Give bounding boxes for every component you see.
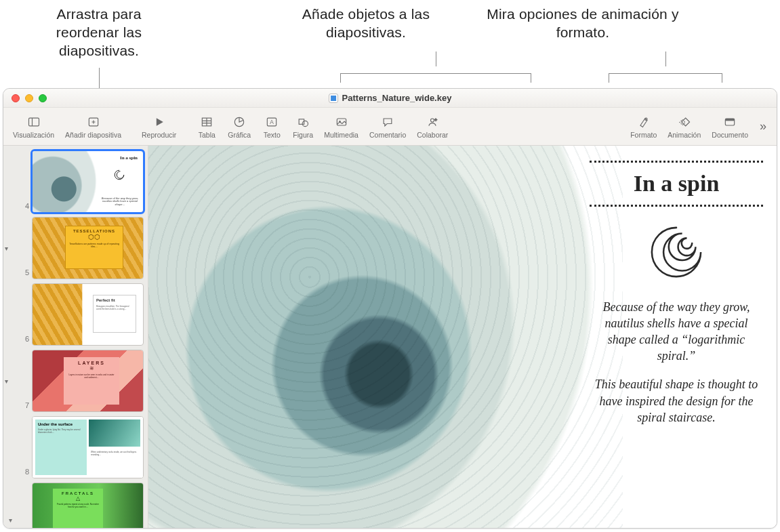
slide-title[interactable]: In a spin bbox=[590, 165, 763, 202]
nautilus-ridges-overlay bbox=[148, 146, 623, 528]
view-button[interactable]: Visualización bbox=[7, 112, 60, 140]
document-icon bbox=[723, 115, 737, 129]
navigator-collapse-icon[interactable]: ▾ bbox=[9, 516, 12, 524]
wave-icon: ≋ bbox=[67, 365, 116, 371]
svg-point-18 bbox=[431, 119, 434, 122]
dotted-divider bbox=[590, 161, 763, 163]
chart-icon bbox=[232, 115, 246, 129]
chart-label: Gráfica bbox=[228, 131, 251, 139]
play-label: Reproducir bbox=[142, 131, 176, 139]
document-label: Documento bbox=[712, 131, 748, 139]
play-icon bbox=[152, 115, 166, 129]
window-controls bbox=[3, 94, 47, 102]
callout-bracket-inspect bbox=[609, 66, 722, 88]
slide-thumbnail-6[interactable]: 6 Perfect fit Hexagons tessellate. The h… bbox=[3, 281, 148, 348]
thumb-card: LAYERS ≋ Layers in nature can be seen in… bbox=[64, 357, 119, 405]
hexagon-icon: ⬡⬡ bbox=[88, 233, 100, 241]
slide-thumbnail[interactable]: FRACTALS △ Fractal patterns repeat at an… bbox=[32, 483, 144, 528]
text-icon: A bbox=[265, 115, 279, 129]
slide-number: 7 bbox=[16, 401, 29, 412]
media-label: Multimedia bbox=[324, 131, 358, 139]
media-button[interactable]: Multimedia bbox=[319, 112, 364, 140]
thumb-card: TESSELLATIONS ⬡⬡ Tessellations are patte… bbox=[65, 226, 123, 269]
animate-button[interactable]: Animación bbox=[662, 112, 706, 140]
slide-thumbnail[interactable]: Under the surface Under a glacier, lying… bbox=[32, 416, 144, 478]
slide-thumbnail-8[interactable]: 8 Under the surface Under a glacier, lyi… bbox=[3, 414, 148, 480]
collaborate-label: Colaborar bbox=[417, 131, 448, 139]
text-label: Texto bbox=[264, 131, 281, 139]
slide-canvas[interactable]: In a spin Because of the way they grow, … bbox=[148, 146, 777, 528]
callout-inspectors: Mira opciones de animación y formato. bbox=[474, 5, 691, 42]
view-icon bbox=[27, 115, 41, 129]
comment-button[interactable]: Comentario bbox=[364, 112, 411, 140]
slide-body-1[interactable]: Because of the way they grow, nautilus s… bbox=[590, 299, 763, 364]
slide-thumbnail[interactable]: In a spin Because of the way they grow, … bbox=[32, 150, 144, 213]
slide-number: 4 bbox=[16, 202, 29, 213]
callout-bracket-insert bbox=[340, 66, 531, 88]
slide-body-2[interactable]: This beautiful shape is thought to have … bbox=[590, 376, 763, 425]
svg-marker-6 bbox=[156, 118, 163, 126]
slide-thumbnail-5[interactable]: ▾ 5 TESSELLATIONS ⬡⬡ Tessellations are p… bbox=[3, 215, 148, 281]
leaf-image bbox=[89, 420, 140, 447]
add-slide-icon bbox=[87, 115, 100, 129]
add-slide-button[interactable]: Añadir diapositiva bbox=[60, 112, 127, 140]
thumb-title: Under the surface bbox=[38, 422, 84, 426]
document-button[interactable]: Documento bbox=[706, 112, 754, 140]
toolbar: Visualización Añadir diapositiva Reprodu… bbox=[3, 108, 777, 146]
svg-text:A: A bbox=[270, 119, 274, 125]
thumb-card: Perfect fit Hexagons tessellate. The hex… bbox=[93, 295, 136, 333]
slide-thumbnail-9[interactable]: FRACTALS △ Fractal patterns repeat at an… bbox=[3, 480, 148, 528]
spiral-icon bbox=[647, 223, 705, 281]
slide-number bbox=[16, 527, 29, 528]
toolbar-overflow-button[interactable]: » bbox=[754, 119, 773, 134]
window-title: Patterns_Nature_wide.key bbox=[329, 93, 452, 103]
table-label: Tabla bbox=[199, 131, 215, 139]
svg-rect-0 bbox=[331, 96, 336, 101]
svg-rect-24 bbox=[680, 119, 685, 125]
chart-button[interactable]: Gráfica bbox=[222, 112, 256, 140]
format-button[interactable]: Formato bbox=[625, 112, 662, 140]
comment-icon bbox=[381, 115, 394, 129]
slide-thumbnail[interactable]: Perfect fit Hexagons tessellate. The hex… bbox=[32, 283, 144, 346]
thumb-subtext: When sedimentary rocks erode, we can fin… bbox=[89, 449, 140, 476]
shape-button[interactable]: Figura bbox=[287, 112, 319, 140]
view-label: Visualización bbox=[13, 131, 54, 139]
shape-icon bbox=[296, 115, 310, 129]
slide-text-column: In a spin Because of the way they grow, … bbox=[590, 158, 763, 438]
media-icon bbox=[335, 115, 348, 129]
dotted-divider bbox=[590, 205, 763, 207]
slide-thumbnail-4[interactable]: 4 In a spin Because of the way they grow… bbox=[3, 148, 148, 215]
minimize-window-button[interactable] bbox=[25, 94, 33, 102]
animate-label: Animación bbox=[668, 131, 701, 139]
thumb-title: Perfect fit bbox=[96, 298, 133, 302]
window-title-text: Patterns_Nature_wide.key bbox=[342, 93, 452, 103]
help-annotations: Arrastra para reordenar las diapositivas… bbox=[0, 5, 780, 87]
thumb-card: FRACTALS △ Fractal patterns repeat at an… bbox=[53, 489, 103, 528]
thumb-title: In a spin bbox=[120, 155, 138, 161]
thumb-text: Because of the way they grow, nautilus s… bbox=[101, 197, 139, 207]
disclosure-triangle-icon[interactable]: ▾ bbox=[5, 245, 13, 252]
thumb-text: Tessellations are patterns made up of re… bbox=[68, 243, 120, 248]
format-icon bbox=[637, 115, 651, 129]
play-button[interactable]: Reproducir bbox=[136, 112, 182, 140]
svg-rect-26 bbox=[725, 119, 734, 121]
slide-thumbnail[interactable]: LAYERS ≋ Layers in nature can be seen in… bbox=[32, 350, 144, 412]
zoom-window-button[interactable] bbox=[39, 94, 47, 102]
collaborate-button[interactable]: Colaborar bbox=[411, 112, 453, 140]
disclosure-triangle-icon[interactable]: ▾ bbox=[5, 377, 13, 385]
thumb-title: LAYERS bbox=[67, 361, 116, 365]
slide-thumbnail[interactable]: TESSELLATIONS ⬡⬡ Tessellations are patte… bbox=[32, 217, 144, 279]
close-window-button[interactable] bbox=[12, 94, 20, 102]
collaborate-icon bbox=[426, 115, 439, 129]
keynote-window: Patterns_Nature_wide.key Visualización A… bbox=[3, 88, 777, 529]
slide-navigator[interactable]: 4 In a spin Because of the way they grow… bbox=[3, 146, 148, 528]
titlebar: Patterns_Nature_wide.key bbox=[3, 89, 777, 108]
keynote-doc-icon bbox=[329, 94, 338, 103]
slide-number: 5 bbox=[16, 268, 29, 279]
text-button[interactable]: A Texto bbox=[256, 112, 287, 140]
thumb-text: Fractal patterns repeat at any scale. No… bbox=[56, 503, 100, 508]
svg-point-15 bbox=[302, 121, 308, 126]
slide-thumbnail-7[interactable]: ▾ 7 LAYERS ≋ Layers in nature can be see… bbox=[3, 348, 148, 414]
table-button[interactable]: Tabla bbox=[191, 112, 222, 140]
table-icon bbox=[200, 115, 213, 129]
